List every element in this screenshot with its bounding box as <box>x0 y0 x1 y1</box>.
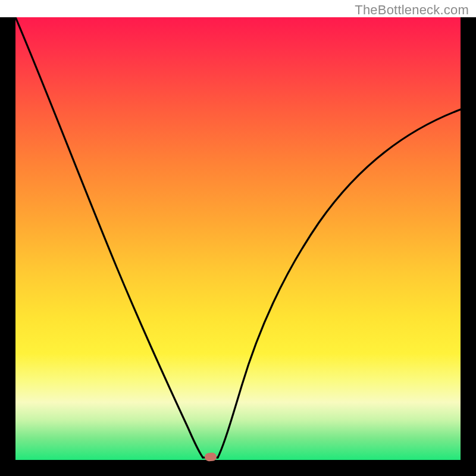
bottleneck-curve <box>15 17 461 460</box>
plot-area <box>15 17 461 460</box>
curve-left-branch <box>15 17 203 458</box>
curve-right-branch <box>218 109 461 458</box>
minimum-marker <box>205 452 217 461</box>
chart-container: TheBottleneck.com <box>0 0 476 476</box>
chart-frame <box>0 17 476 476</box>
attribution-text: TheBottleneck.com <box>355 2 469 18</box>
